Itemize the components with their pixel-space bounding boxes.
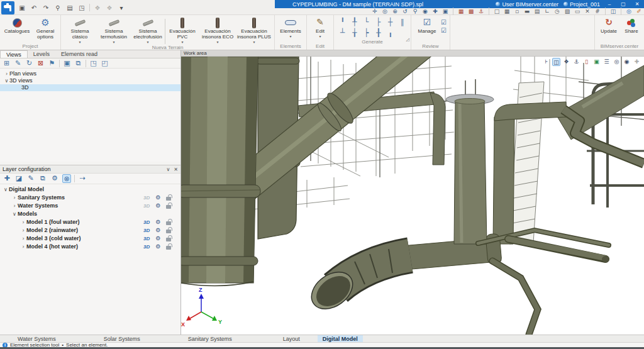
tab-levels[interactable]: Levels (28, 50, 55, 58)
hash-icon[interactable]: # (594, 8, 601, 14)
bimserver-user-button[interactable]: User BIMserver.center (496, 1, 558, 8)
layer-gear-icon[interactable]: ⚙ (155, 243, 160, 251)
sistema-clasico-button[interactable]: Sistema clásico▾ (63, 16, 97, 44)
zoom-window-icon[interactable]: ✛ (371, 8, 379, 14)
qat-more-icon[interactable]: ▾ (117, 4, 126, 11)
screen-icon[interactable]: ▬ (523, 8, 531, 14)
snap-grid-icon[interactable]: ▩ (467, 8, 475, 14)
export-icon[interactable]: ◳ (77, 4, 86, 11)
general-options-button[interactable]: ⚙ General options (32, 16, 58, 40)
layer-settings-icon[interactable]: ⚙ (50, 174, 59, 183)
camera-copy-icon[interactable]: ⧉ (74, 59, 82, 67)
globe-icon[interactable]: ◎ (625, 8, 633, 14)
render-mode-icon[interactable]: ❖ (562, 58, 570, 66)
image-icon[interactable]: ▧ (564, 8, 571, 14)
camera-icon[interactable]: ▣ (63, 59, 71, 67)
view-3d-badge[interactable]: 3D (143, 226, 150, 235)
axis-tripod-icon[interactable]: ⊦ (542, 58, 550, 66)
view-3d-badge[interactable]: 3D (143, 202, 150, 210)
caret-expanded-icon[interactable]: ∨ (4, 77, 9, 84)
evacuacion-insonora-plus-button[interactable]: Evacuación insonora PLUS▾ (236, 16, 272, 44)
view-3d-badge[interactable]: 3D (143, 235, 150, 243)
eraser-icon[interactable]: ◪ (14, 174, 23, 183)
config2-icon[interactable]: ❖ (105, 4, 114, 11)
snow-icon[interactable]: ✚ (633, 58, 641, 66)
comment-icon[interactable]: ▭ (574, 8, 581, 14)
layer-item-model-2[interactable]: › Model 2 (rainwater) 3D ⚙ (0, 226, 180, 235)
view-3d-badge[interactable]: 3D (143, 194, 150, 202)
view-cone-icon[interactable]: ⚑ (48, 59, 56, 67)
bimserver-project-button[interactable]: Project_001 (564, 1, 600, 8)
delete-view-icon[interactable]: ⊠ (36, 59, 45, 67)
generate-parallel-icon[interactable]: ∥ (396, 17, 408, 28)
tab-views[interactable]: Views (0, 50, 28, 58)
clip-plane-icon[interactable]: ▣ (592, 58, 601, 66)
layer-gear-icon[interactable]: ⚙ (155, 202, 160, 210)
share-button[interactable]: Share (621, 16, 642, 35)
tree-item-plan-views[interactable]: › Plan views (0, 70, 180, 77)
edit-button[interactable]: ✎ Edit▾ (309, 16, 331, 38)
unlocked-icon[interactable] (166, 197, 171, 201)
grid-icon[interactable]: ▦ (503, 8, 511, 14)
pipe-elbow-large[interactable] (304, 249, 410, 316)
tree-item-3d-views[interactable]: ∨ 3D views (0, 77, 180, 84)
update-button[interactable]: ↻ Update (597, 16, 621, 35)
generate-corner-icon[interactable]: └ (360, 17, 372, 28)
move-view-icon[interactable]: ✚ (431, 8, 439, 14)
review-check2-icon[interactable]: ☑ (441, 27, 447, 34)
save-icon[interactable]: ▣ (18, 4, 26, 11)
generate-cross-icon[interactable]: ┼ (384, 17, 396, 28)
unlocked-icon[interactable] (166, 238, 171, 241)
small-frame-icon[interactable]: ▫ (513, 8, 521, 14)
caret-collapsed-icon[interactable]: › (11, 194, 18, 202)
generate-extend-icon[interactable]: ╀ (348, 17, 360, 28)
catalogues-button[interactable]: Catalogues (2, 16, 32, 35)
zoom-previous-icon[interactable]: ↺ (401, 8, 409, 14)
tab-sanitary-systems[interactable]: Sanitary Systems (183, 335, 237, 342)
layer-item-model-3[interactable]: › Model 3 (cold water) 3D ⚙ (0, 235, 180, 243)
evacuacion-insonora-eco-button[interactable]: Evacuación insonora ECO▾ (199, 16, 236, 44)
elements-button[interactable]: Elements▾ (277, 16, 304, 38)
pipe-diagonal-right[interactable] (556, 65, 644, 140)
generate-branch-icon[interactable]: ├ (372, 17, 384, 28)
zoom-realtime-icon[interactable]: ⚲ (411, 8, 419, 14)
zoom-extents-icon[interactable]: ◎ (381, 8, 389, 14)
layer-gear-icon[interactable]: ⚙ (155, 226, 160, 235)
cut-icon[interactable]: ✕ (584, 8, 591, 14)
caret-collapsed-icon[interactable]: › (4, 70, 9, 77)
collapse-panel-icon[interactable]: ∨ (166, 167, 170, 172)
move-to-layer-icon[interactable]: ⇢ (78, 174, 87, 183)
layer-item-model-4[interactable]: › Model 4 (hot water) 3D ⚙ (0, 243, 180, 251)
layer-item-water-systems[interactable]: › Water Systems 3D ⚙ (0, 202, 180, 210)
zoom-icon[interactable]: ⚲ (53, 4, 62, 11)
caret-collapsed-icon[interactable]: › (20, 218, 26, 226)
print-icon[interactable]: ▤ (65, 4, 74, 11)
layer-item-model-1[interactable]: › Model 1 (foul water) 3D ⚙ (0, 218, 180, 226)
zoom-in-icon[interactable]: ⊕ (391, 8, 399, 14)
layer-item-sanitary-systems[interactable]: › Sanitary Systems 3D ⚙ (0, 194, 180, 202)
unlocked-icon[interactable] (166, 205, 171, 209)
view-3d-badge[interactable]: 3D (143, 243, 150, 251)
keyboard-icon[interactable]: ▤ (533, 8, 541, 14)
open-box-icon[interactable]: ◳ (89, 59, 97, 67)
evacuacion-pvc-button[interactable]: Evacuación PVC▾ (165, 16, 199, 44)
review-check-icon[interactable]: ☑ (441, 19, 447, 26)
undo-icon[interactable]: ↶ (30, 4, 38, 11)
pan-icon[interactable]: ◉ (421, 8, 429, 14)
caret-collapsed-icon[interactable]: › (20, 243, 26, 251)
frame-icon[interactable]: □ (493, 8, 501, 14)
3d-viewport[interactable]: ⊦ ◫ ❖ ⚓ ▯ ▣ ☰ ◎ ◉ ✚ (181, 57, 644, 335)
redraw-icon[interactable]: ▣ (441, 8, 449, 14)
generate-tee-icon[interactable]: ┴ (336, 28, 348, 38)
sistema-electrofusion-button[interactable]: Sistema electrofusión▾ (131, 16, 165, 44)
new-view-icon[interactable]: ⊞ (3, 59, 11, 67)
redo-icon[interactable]: ↷ (42, 4, 50, 11)
generate-branch2-icon[interactable]: ┝ (360, 28, 372, 38)
open-box2-icon[interactable]: ◰ (101, 59, 109, 67)
unlocked-icon[interactable] (166, 230, 171, 233)
duplicate-view-icon[interactable]: ↻ (25, 59, 33, 67)
minimize-button[interactable]: – (605, 1, 614, 7)
isolate-layer-icon[interactable]: ⊗ (62, 174, 71, 183)
layer-item-digital-model[interactable]: ∨ Digital Model (0, 186, 180, 194)
caret-expanded-icon[interactable]: ∨ (11, 210, 18, 218)
